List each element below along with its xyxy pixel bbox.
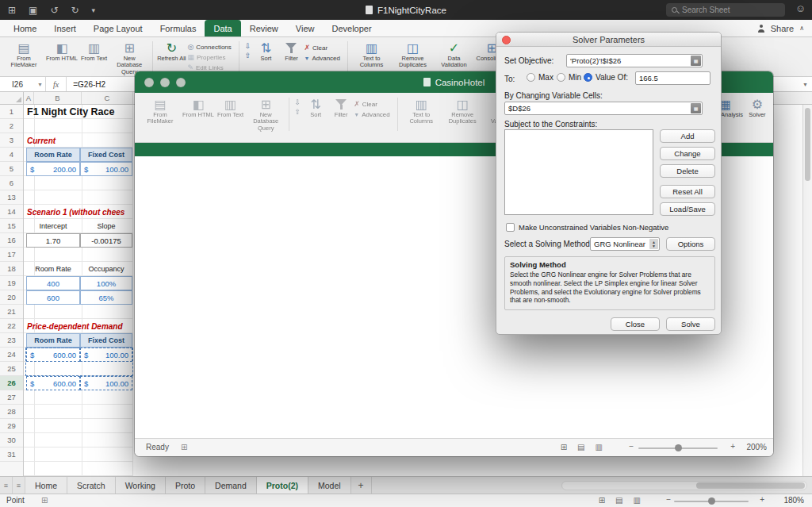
- cell-C4[interactable]: Fixed Cost: [80, 148, 132, 162]
- change-button[interactable]: Change: [660, 147, 715, 160]
- sheet-tab-proto2[interactable]: Proto(2): [257, 477, 308, 494]
- column-header-c[interactable]: C: [82, 92, 133, 104]
- new-database-query-button[interactable]: ⊞ New Database Query: [245, 96, 286, 132]
- reset-all-button[interactable]: Reset All: [660, 185, 715, 198]
- sheet-tab-scroll-left-button[interactable]: ≡: [0, 477, 13, 494]
- cell-B15[interactable]: Intercept: [26, 219, 80, 233]
- view-page-break-icon[interactable]: ▥: [634, 496, 641, 505]
- clear-filter-button[interactable]: ✗ Clear: [354, 100, 395, 108]
- tab-view[interactable]: View: [287, 20, 324, 36]
- cell-C19[interactable]: 100%: [80, 276, 132, 290]
- non-negative-checkbox[interactable]: [506, 223, 515, 232]
- filter-button[interactable]: Filter: [278, 40, 304, 62]
- range-selector-icon[interactable]: ▦: [691, 103, 701, 113]
- zoom-slider-thumb[interactable]: [675, 444, 682, 451]
- zoom-slider-thumb[interactable]: [708, 497, 715, 505]
- formula-input[interactable]: =G26-H2: [67, 80, 105, 89]
- cell-B16[interactable]: 1.70: [26, 233, 80, 248]
- zoom-button[interactable]: [176, 78, 186, 87]
- refresh-all-button[interactable]: ↻ Refresh All: [155, 40, 187, 62]
- from-text-button[interactable]: ▥ From Text: [79, 40, 109, 75]
- cell-C18[interactable]: Occupancy: [80, 262, 132, 276]
- sheet-tab-proto[interactable]: Proto: [166, 477, 205, 494]
- solver-button[interactable]: ⚙ Solver: [745, 96, 770, 118]
- zoom-slider[interactable]: [638, 447, 718, 449]
- name-box[interactable]: I26: [0, 80, 35, 89]
- zoom-in-button[interactable]: +: [730, 442, 735, 451]
- view-normal-icon[interactable]: ⊞: [599, 496, 605, 505]
- tab-review[interactable]: Review: [241, 20, 287, 36]
- sort-button[interactable]: ⇅ Sort: [253, 40, 278, 62]
- sort-ascending-button[interactable]: ⇩: [294, 99, 301, 106]
- connections-button[interactable]: ◎ Connections: [187, 43, 236, 51]
- load-save-button[interactable]: Load/Save: [660, 202, 715, 216]
- radio-min[interactable]: Min: [557, 73, 581, 82]
- from-text-button[interactable]: ▥ From Text: [216, 96, 245, 132]
- properties-button[interactable]: ▦ Properties: [187, 53, 236, 61]
- select-all-corner[interactable]: [0, 92, 24, 104]
- from-html-button[interactable]: ◧ From HTML: [44, 40, 79, 75]
- sort-button[interactable]: ⇅ Sort: [303, 96, 328, 118]
- sort-descending-button[interactable]: ⇧: [294, 109, 301, 116]
- zoom-out-button[interactable]: −: [666, 495, 671, 504]
- horizontal-scrollbar-thumb[interactable]: [696, 482, 805, 489]
- remove-duplicates-button[interactable]: ◫ Remove Duplicates: [442, 96, 483, 125]
- cell-B26[interactable]: $600.00: [26, 376, 80, 390]
- cell-B20[interactable]: 600: [26, 290, 80, 305]
- from-html-button[interactable]: ◧ From HTML: [181, 96, 216, 132]
- tab-insert[interactable]: Insert: [45, 20, 85, 36]
- edit-links-button[interactable]: ✎ Edit Links: [187, 63, 236, 71]
- value-of-field[interactable]: 166.5: [635, 71, 710, 85]
- cell-B24[interactable]: $600.00: [26, 348, 80, 362]
- data-validation-button[interactable]: ✓ Data Validation: [433, 40, 474, 69]
- filter-button[interactable]: Filter: [328, 96, 354, 118]
- horizontal-scrollbar[interactable]: [561, 481, 807, 490]
- zoom-in-button[interactable]: +: [760, 495, 764, 504]
- tab-developer[interactable]: Developer: [323, 20, 380, 36]
- advanced-filter-button[interactable]: ▼ Advanced: [354, 111, 395, 118]
- sheet-tab-scratch[interactable]: Scratch: [67, 477, 116, 494]
- cell-B19[interactable]: 400: [26, 276, 80, 290]
- sort-ascending-button[interactable]: ⇩: [245, 43, 251, 50]
- cell-C16[interactable]: -0.00175: [80, 233, 132, 248]
- remove-duplicates-button[interactable]: ◫ Remove Duplicates: [392, 40, 433, 69]
- tab-formulas[interactable]: Formulas: [151, 20, 205, 36]
- clear-filter-button[interactable]: ✗ Clear: [304, 44, 345, 52]
- sort-descending-button[interactable]: ⇧: [245, 52, 251, 60]
- sheet-tab-working[interactable]: Working: [116, 477, 166, 494]
- sheet-tab-home[interactable]: Home: [25, 477, 67, 494]
- advanced-filter-button[interactable]: ▼ Advanced: [304, 55, 345, 62]
- tab-page-layout[interactable]: Page Layout: [85, 20, 151, 36]
- tab-data[interactable]: Data: [205, 20, 240, 36]
- sheet-tab-model[interactable]: Model: [308, 477, 351, 494]
- view-normal-icon[interactable]: ⊞: [561, 443, 567, 451]
- insert-function-button[interactable]: fx: [46, 77, 67, 91]
- variable-cells-field[interactable]: $D$26 ▦: [504, 102, 703, 115]
- text-to-columns-button[interactable]: ▥ Text to Columns: [350, 40, 392, 69]
- close-dialog-button[interactable]: Close: [611, 317, 660, 331]
- feedback-smiley-icon[interactable]: ☺: [795, 2, 806, 14]
- cell-C24[interactable]: $100.00: [80, 348, 132, 362]
- cell-C26[interactable]: $100.00: [80, 376, 132, 390]
- cell-C23[interactable]: Fixed Cost: [80, 333, 132, 348]
- view-page-layout-icon[interactable]: ▤: [615, 496, 622, 505]
- options-button[interactable]: Options: [666, 237, 715, 251]
- sheet-tab-scroll-right-button[interactable]: ≡: [13, 477, 25, 494]
- constraints-listbox[interactable]: [504, 129, 653, 215]
- zoom-out-button[interactable]: −: [629, 442, 634, 451]
- minimize-button[interactable]: [160, 78, 170, 87]
- column-header-a[interactable]: A: [24, 92, 34, 104]
- radio-value-of[interactable]: Value Of:: [584, 73, 628, 82]
- formula-bar-expand-icon[interactable]: ▼: [802, 82, 808, 87]
- sheet-tab-demand[interactable]: Demand: [205, 477, 257, 494]
- view-page-layout-icon[interactable]: ▤: [577, 443, 584, 451]
- column-header-b[interactable]: B: [34, 92, 82, 104]
- search-sheet-input[interactable]: Search Sheet: [666, 3, 785, 17]
- add-sheet-button[interactable]: +: [351, 477, 372, 494]
- solving-method-dropdown[interactable]: GRG Nonlinear ▲▼: [590, 237, 660, 251]
- cell-C20[interactable]: 65%: [80, 290, 132, 305]
- range-selector-icon[interactable]: ▦: [691, 56, 701, 66]
- cell-B23[interactable]: Room Rate: [26, 333, 80, 348]
- solve-button[interactable]: Solve: [666, 317, 715, 331]
- from-filemaker-button[interactable]: ▤ From FileMaker: [3, 40, 44, 75]
